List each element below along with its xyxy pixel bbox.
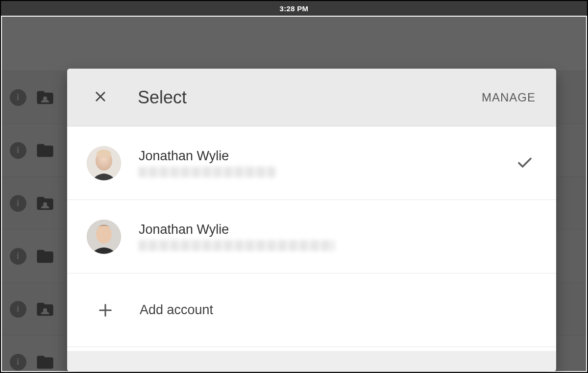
selected-check [513, 153, 537, 173]
manage-button[interactable]: MANAGE [479, 87, 539, 108]
add-account-row[interactable]: Add account [67, 274, 556, 347]
account-name: Jonathan Wylie [139, 149, 513, 164]
dialog-footer [67, 351, 556, 372]
account-row-0[interactable]: Jonathan Wylie [67, 126, 556, 200]
account-email-redacted [139, 167, 276, 177]
svg-point-12 [96, 225, 112, 244]
account-name: Jonathan Wylie [139, 222, 537, 237]
status-time: 3:28 PM [280, 4, 309, 13]
close-button[interactable] [91, 88, 110, 107]
avatar [87, 146, 121, 180]
plus-icon [95, 299, 116, 321]
check-icon [516, 153, 534, 173]
svg-point-10 [97, 149, 111, 158]
dialog-title: Select [138, 87, 479, 108]
status-bar: 3:28 PM [1, 1, 587, 16]
close-icon [94, 90, 107, 105]
account-select-dialog: Select MANAGE [67, 69, 556, 372]
dialog-header: Select MANAGE [67, 69, 556, 126]
account-list: Jonathan Wylie [67, 126, 556, 351]
account-row-1[interactable]: Jonathan Wylie [67, 200, 556, 274]
avatar [87, 220, 121, 254]
add-account-label: Add account [140, 302, 213, 318]
account-email-redacted [139, 240, 335, 251]
